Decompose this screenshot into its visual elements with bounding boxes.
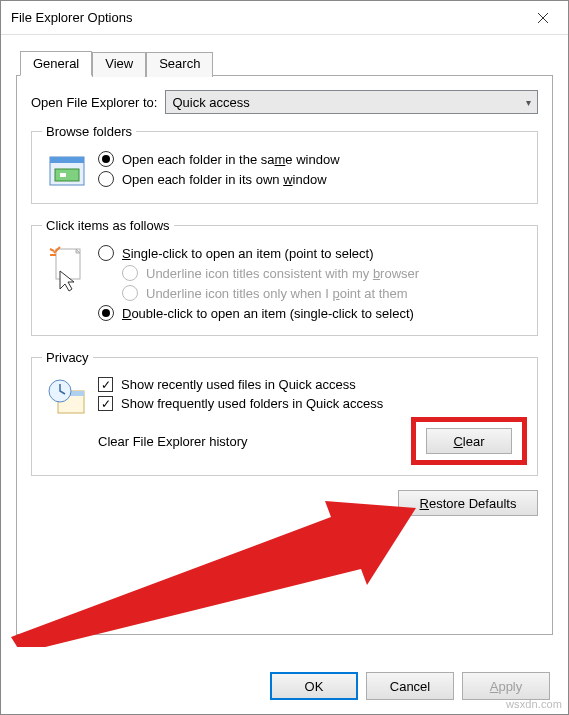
radio-icon [98,151,114,167]
svg-rect-1 [50,157,84,163]
ok-button[interactable]: OK [270,672,358,700]
checkbox-icon [98,396,113,411]
svg-rect-3 [60,173,66,177]
restore-defaults-button[interactable]: Restore Defaults [398,490,538,516]
window-title: File Explorer Options [11,10,132,25]
open-to-dropdown[interactable]: Quick access ▾ [165,90,538,114]
radio-label: Single-click to open an item (point to s… [122,246,373,261]
radio-double-click[interactable]: Double-click to open an item (single-cli… [98,305,527,321]
cancel-button[interactable]: Cancel [366,672,454,700]
click-items-group: Click items as follows Single-click to o… [31,218,538,336]
radio-underline-point: Underline icon titles only when I point … [122,285,527,301]
clock-folder-icon [46,377,88,419]
radio-icon [122,285,138,301]
tab-general[interactable]: General [20,51,92,76]
privacy-group: Privacy Show recently used files in Quic… [31,350,538,476]
chevron-down-icon: ▾ [526,97,531,108]
radio-label: Underline icon titles consistent with my… [146,266,419,281]
clear-button[interactable]: Clear [426,428,512,454]
radio-underline-browser: Underline icon titles consistent with my… [122,265,527,281]
check-recent-files[interactable]: Show recently used files in Quick access [98,377,527,392]
watermark-text: wsxdn.com [506,698,562,710]
radio-label: Open each folder in its own window [122,172,327,187]
browse-folders-group: Browse folders Open each folder in the s… [31,124,538,204]
check-label: Show frequently used folders in Quick ac… [121,396,383,411]
svg-rect-2 [55,169,79,181]
tab-view[interactable]: View [92,52,146,77]
check-label: Show recently used files in Quick access [121,377,356,392]
tab-search[interactable]: Search [146,52,213,77]
radio-label: Underline icon titles only when I point … [146,286,408,301]
radio-icon [98,171,114,187]
radio-label: Double-click to open an item (single-cli… [122,306,414,321]
click-items-legend: Click items as follows [42,218,174,233]
dialog-footer: OK Cancel Apply [270,672,550,700]
radio-label: Open each folder in the same window [122,152,340,167]
clear-history-label: Clear File Explorer history [98,434,248,449]
open-to-label: Open File Explorer to: [31,95,157,110]
radio-same-window[interactable]: Open each folder in the same window [98,151,527,167]
privacy-legend: Privacy [42,350,93,365]
close-icon [537,12,549,24]
title-bar: File Explorer Options [1,1,568,35]
close-button[interactable] [520,2,566,34]
radio-single-click[interactable]: Single-click to open an item (point to s… [98,245,527,261]
clear-button-highlight: Clear [411,417,527,465]
radio-icon [122,265,138,281]
open-to-value: Quick access [172,95,249,110]
radio-own-window[interactable]: Open each folder in its own window [98,171,527,187]
checkbox-icon [98,377,113,392]
check-frequent-folders[interactable]: Show frequently used folders in Quick ac… [98,396,527,411]
folder-window-icon [46,151,88,193]
dialog-window: File Explorer Options General View Searc… [0,0,569,715]
radio-icon [98,245,114,261]
browse-folders-legend: Browse folders [42,124,136,139]
apply-button: Apply [462,672,550,700]
radio-icon [98,305,114,321]
cursor-document-icon [46,245,88,287]
tab-list: General View Search [20,50,553,75]
tab-panel-general: Open File Explorer to: Quick access ▾ Br… [16,75,553,635]
